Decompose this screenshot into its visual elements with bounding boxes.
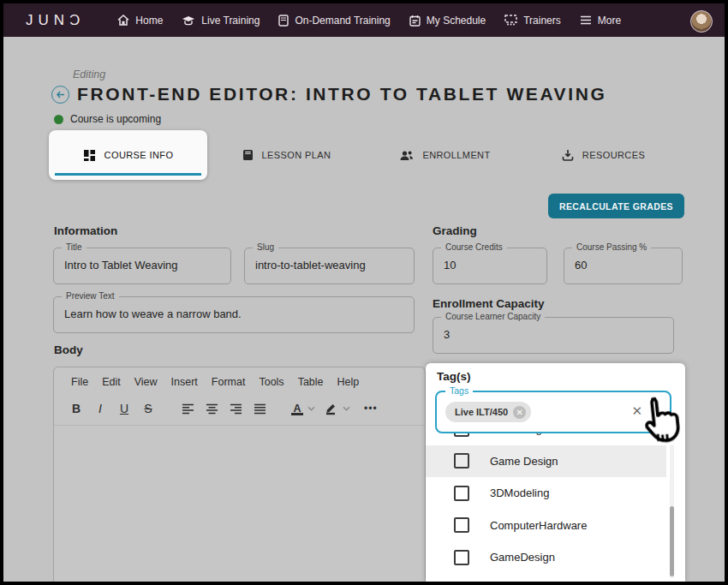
underline-button[interactable]: U	[114, 399, 134, 418]
nav-item-home[interactable]: Home	[117, 15, 163, 27]
tags-section: Tag(s) 3DPrinting Game Design 3DModeling…	[426, 363, 685, 582]
slug-field-value: intro-to-tablet-weaving	[255, 259, 366, 272]
menu-file[interactable]: File	[71, 376, 88, 388]
tags-dropdown-list: 3DPrinting Game Design 3DModeling Comput…	[426, 413, 666, 582]
menu-help[interactable]: Help	[337, 376, 360, 388]
juno-logo: JUNƆ	[26, 12, 85, 29]
menu-insert[interactable]: Insert	[171, 376, 198, 388]
app-window: JUNƆ Home Live Training On-Demand Traini…	[3, 3, 725, 582]
title-field[interactable]: Title Intro to Tablet Weaving	[53, 248, 231, 284]
checkbox-unchecked-icon[interactable]	[454, 550, 469, 565]
title-field-value: Intro to Tablet Weaving	[64, 259, 178, 272]
enrollment-capacity-heading: Enrollment Capacity	[433, 297, 545, 310]
menu-view[interactable]: View	[134, 376, 158, 388]
highlight-color-chevron-icon[interactable]	[343, 406, 350, 411]
back-arrow-icon	[56, 91, 65, 98]
back-button[interactable]	[51, 86, 69, 104]
tab-resources[interactable]: RESOURCES	[524, 130, 683, 180]
toolbar-overflow-button[interactable]: •••	[364, 403, 378, 415]
learner-capacity-label: Course Learner Capacity	[441, 312, 545, 321]
tab-label: ENROLLMENT	[422, 150, 490, 160]
editor-toolbar: B I U S A •••	[54, 394, 425, 426]
course-passing-label: Course Passing %	[572, 242, 651, 252]
grading-heading: Grading	[433, 224, 477, 237]
selected-tag-chip: Live ILT/450 ✕	[445, 402, 531, 422]
nav-item-label: More	[598, 15, 621, 27]
people-icon	[399, 150, 414, 161]
tag-option[interactable]: GameDesign	[426, 541, 666, 574]
checkbox-unchecked-icon[interactable]	[454, 517, 469, 533]
hamburger-icon	[580, 15, 592, 25]
nav-item-label: My Schedule	[427, 15, 486, 27]
nav-item-on-demand-training[interactable]: On-Demand Training	[278, 15, 390, 27]
course-credits-value: 10	[444, 259, 456, 272]
nav-item-label: Trainers	[523, 15, 561, 27]
body-heading: Body	[54, 343, 83, 356]
tab-enrollment[interactable]: ENROLLMENT	[366, 130, 524, 180]
tab-course-info[interactable]: COURSE INFO	[49, 130, 207, 180]
checkbox-unchecked-icon[interactable]	[454, 486, 469, 501]
download-icon	[562, 149, 574, 161]
align-left-button[interactable]	[177, 399, 198, 418]
calendar-icon	[409, 15, 421, 27]
click-hand-cursor-icon	[632, 391, 688, 453]
menu-table[interactable]: Table	[298, 376, 324, 388]
title-field-label: Title	[62, 242, 87, 252]
course-status: Course is upcoming	[54, 113, 161, 125]
checkbox-unchecked-icon[interactable]	[454, 453, 469, 469]
dashboard-icon	[83, 149, 96, 162]
chip-label: Live ILT/450	[455, 407, 508, 417]
slug-field-label: Slug	[253, 242, 278, 252]
course-passing-field[interactable]: Course Passing % 60	[564, 248, 683, 284]
status-text: Course is upcoming	[70, 113, 161, 125]
tag-option[interactable]: Game Design	[426, 445, 666, 478]
learner-capacity-value: 3	[444, 328, 450, 341]
menu-format[interactable]: Format	[212, 376, 246, 388]
tag-option[interactable]: 3DModeling	[426, 477, 666, 510]
align-right-button[interactable]	[225, 399, 246, 418]
page-title: FRONT-END EDITOR: INTRO TO TABLET WEAVIN…	[77, 84, 606, 104]
tab-lesson-plan[interactable]: LESSON PLAN	[207, 130, 366, 180]
nav-item-my-schedule[interactable]: My Schedule	[409, 15, 486, 27]
tab-label: RESOURCES	[582, 150, 645, 160]
italic-button[interactable]: I	[90, 399, 110, 418]
tag-option[interactable]: ComputerHardware	[426, 510, 666, 542]
nav-item-label: Home	[135, 15, 163, 27]
lesson-book-icon	[242, 149, 254, 161]
course-passing-value: 60	[575, 259, 587, 272]
tab-label: COURSE INFO	[104, 150, 174, 160]
menu-edit[interactable]: Edit	[102, 376, 121, 388]
course-credits-field[interactable]: Course Credits 10	[433, 248, 547, 284]
menu-tools[interactable]: Tools	[259, 376, 283, 388]
font-color-chevron-icon[interactable]	[307, 406, 315, 411]
tag-option[interactable]: TeamBuilding	[426, 574, 666, 582]
active-tab-underline	[55, 173, 201, 176]
scrollbar-thumb[interactable]	[670, 506, 674, 576]
user-avatar[interactable]	[690, 10, 713, 33]
nav-item-more[interactable]: More	[580, 15, 621, 27]
nav-item-live-training[interactable]: Live Training	[182, 15, 260, 27]
align-center-button[interactable]	[201, 399, 222, 418]
editor-menubar: File Edit View Insert Format Tools Table…	[54, 367, 425, 394]
recalculate-grades-button[interactable]: RECALCULATE GRADES	[548, 194, 684, 218]
nav-item-label: On-Demand Training	[295, 15, 390, 27]
strikethrough-button[interactable]: S	[138, 399, 158, 418]
justify-button[interactable]	[249, 399, 270, 418]
preview-text-field[interactable]: Preview Text Learn how to weave a narrow…	[53, 296, 415, 333]
slug-field[interactable]: Slug intro-to-tablet-weaving	[244, 248, 415, 284]
status-dot-icon	[54, 115, 63, 124]
nav-item-trainers[interactable]: Trainers	[504, 15, 561, 27]
highlight-color-button[interactable]	[320, 399, 341, 418]
font-color-button[interactable]: A	[289, 399, 306, 418]
information-heading: Information	[54, 224, 117, 237]
graduation-cap-icon	[182, 15, 195, 26]
tab-bar: COURSE INFO LESSON PLAN ENROLLMENT RESOU…	[49, 130, 683, 180]
top-nav: JUNƆ Home Live Training On-Demand Traini…	[3, 3, 725, 37]
body-rich-text-editor: File Edit View Insert Format Tools Table…	[53, 367, 426, 582]
dropdown-scrollbar[interactable]	[670, 445, 674, 578]
learner-capacity-field[interactable]: Course Learner Capacity 3	[433, 317, 674, 354]
chip-remove-icon[interactable]: ✕	[513, 406, 526, 419]
editor-content-area[interactable]	[54, 426, 425, 571]
bold-button[interactable]: B	[66, 399, 87, 418]
trainers-icon	[504, 15, 517, 26]
